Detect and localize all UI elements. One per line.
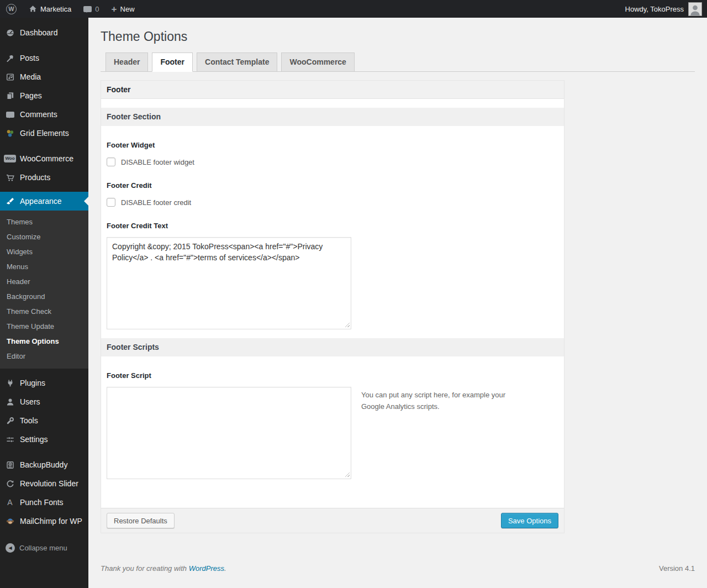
footer-widget-checkbox[interactable]: [107, 158, 115, 166]
sidebar-item-label: WooCommerce: [20, 154, 73, 163]
submenu-item-background[interactable]: Background: [0, 289, 88, 304]
version-text: Version 4.1: [659, 564, 695, 573]
page-title: Theme Options: [101, 23, 695, 47]
footer-credit-text-label: Footer Credit Text: [107, 207, 558, 230]
footer-scripts-header: Footer Scripts: [101, 338, 564, 356]
comments-menu[interactable]: 0: [77, 0, 105, 18]
grid-elements-icon: [4, 129, 15, 138]
submenu-item-theme-check[interactable]: Theme Check: [0, 304, 88, 319]
plus-icon: +: [112, 4, 117, 14]
submenu-item-widgets[interactable]: Widgets: [0, 244, 88, 259]
tab-contact-template[interactable]: Contact Template: [197, 53, 277, 72]
home-icon: [29, 5, 37, 13]
site-name-menu[interactable]: Marketica: [23, 0, 77, 18]
sidebar-item-mailchimp[interactable]: MailChimp for WP: [0, 512, 88, 531]
backup-drive-icon: [4, 461, 15, 469]
sidebar-item-label: Grid Elements: [20, 129, 69, 138]
footer-script-label: Footer Script: [107, 356, 558, 380]
footer-widget-checkbox-label: DISABLE footer widget: [121, 158, 194, 166]
admin-bar: W Marketica 0 + New Howdy, TokoPress: [0, 0, 707, 18]
sidebar-item-backupbuddy[interactable]: BackupBuddy: [0, 455, 88, 474]
user-icon: [4, 398, 15, 406]
footer-options-panel: Footer Footer Section Footer Widget DISA…: [101, 80, 564, 533]
submenu-item-header[interactable]: Header: [0, 274, 88, 289]
tab-header[interactable]: Header: [105, 53, 148, 72]
new-content-menu[interactable]: + New: [105, 0, 141, 18]
sidebar-item-label: Users: [20, 397, 40, 406]
account-menu[interactable]: Howdy, TokoPress: [625, 2, 707, 16]
sidebar-item-label: BackupBuddy: [20, 460, 67, 469]
sidebar-item-label: Products: [20, 173, 50, 182]
sidebar-item-revolution-slider[interactable]: Revolution Slider: [0, 474, 88, 493]
submenu-item-theme-update[interactable]: Theme Update: [0, 319, 88, 334]
sidebar-item-label: Punch Fonts: [20, 498, 64, 507]
footer-script-help: You can put any script here, for example…: [361, 380, 530, 413]
footer-credit-text-input[interactable]: Copyright &copy; 2015 TokoPress<span><a …: [107, 237, 351, 329]
dashboard-icon: [4, 29, 15, 37]
sidebar-item-label: Dashboard: [20, 28, 58, 37]
submenu-item-menus[interactable]: Menus: [0, 259, 88, 274]
footer-thanks-text: Thank you for creating with WordPress.: [101, 564, 226, 573]
monkey-icon: [4, 517, 15, 526]
panel-action-bar: Restore Defaults Save Options: [101, 508, 564, 533]
sidebar-item-label: Tools: [20, 416, 38, 425]
panel-header-gap: [101, 99, 564, 108]
tab-woocommerce[interactable]: WooCommerce: [281, 53, 354, 72]
submenu-item-editor[interactable]: Editor: [0, 349, 88, 364]
comment-count: 0: [95, 5, 99, 13]
footer-script-input[interactable]: [107, 387, 351, 479]
media-icon: [4, 73, 15, 81]
sidebar-item-plugins[interactable]: Plugins: [0, 374, 88, 392]
save-options-button[interactable]: Save Options: [501, 513, 558, 528]
refresh-icon: [4, 480, 15, 488]
pages-icon: [4, 92, 15, 100]
collapse-menu-button[interactable]: ◀ Collapse menu: [0, 538, 88, 557]
sidebar-item-tools[interactable]: Tools: [0, 411, 88, 430]
collapse-arrow-icon: ◀: [6, 543, 15, 553]
footer-scripts-body: Footer Script You can put any script her…: [101, 356, 564, 488]
wordpress-logo-icon: W: [6, 4, 17, 14]
sidebar-item-label: Pages: [20, 91, 42, 100]
appearance-submenu: Themes Customize Widgets Menus Header Ba…: [0, 211, 88, 369]
sidebar-item-label: MailChimp for WP: [20, 517, 82, 526]
footer-credit-checkbox-label: DISABLE footer credit: [121, 198, 191, 207]
sidebar-item-grid-elements[interactable]: Grid Elements: [0, 124, 88, 143]
wp-logo-menu[interactable]: W: [0, 0, 23, 18]
avatar: [688, 2, 702, 16]
wordpress-link[interactable]: WordPress: [189, 564, 224, 573]
sidebar-item-users[interactable]: Users: [0, 392, 88, 411]
sidebar-item-posts[interactable]: Posts: [0, 49, 88, 67]
sidebar-item-settings[interactable]: Settings: [0, 430, 88, 449]
sidebar-item-label: Media: [20, 72, 41, 81]
admin-sidebar: Dashboard Posts Media Pages Comments Gri…: [0, 18, 88, 588]
sidebar-item-dashboard[interactable]: Dashboard: [0, 23, 88, 42]
sidebar-item-pages[interactable]: Pages: [0, 86, 88, 105]
theme-options-tabs: Header Footer Contact Template WooCommer…: [101, 53, 695, 72]
footer-section-header: Footer Section: [101, 108, 564, 126]
submenu-item-customize[interactable]: Customize: [0, 229, 88, 244]
site-name-label: Marketica: [40, 5, 71, 13]
sidebar-item-appearance[interactable]: Appearance: [0, 192, 88, 211]
footer-credit-checkbox[interactable]: [107, 198, 115, 207]
sidebar-item-comments[interactable]: Comments: [0, 105, 88, 124]
new-label: New: [120, 5, 135, 13]
submenu-item-theme-options[interactable]: Theme Options: [0, 334, 88, 349]
cart-icon: [4, 174, 15, 182]
restore-defaults-button[interactable]: Restore Defaults: [107, 513, 175, 528]
tab-footer[interactable]: Footer: [152, 53, 193, 72]
wrench-icon: [4, 417, 15, 425]
comment-bubble-icon: [4, 112, 15, 118]
woocommerce-icon: Woo: [4, 155, 15, 162]
sidebar-item-products[interactable]: Products: [0, 168, 88, 187]
panel-header: Footer: [101, 81, 564, 99]
howdy-text: Howdy, TokoPress: [625, 5, 684, 13]
comment-bubble-icon: [83, 6, 92, 12]
pushpin-icon: [4, 54, 15, 62]
sidebar-item-media[interactable]: Media: [0, 67, 88, 86]
submenu-item-themes[interactable]: Themes: [0, 214, 88, 229]
collapse-menu-label: Collapse menu: [19, 544, 67, 552]
sliders-icon: [4, 435, 15, 444]
sidebar-item-woocommerce[interactable]: Woo WooCommerce: [0, 149, 88, 168]
sidebar-item-punch-fonts[interactable]: A Punch Fonts: [0, 493, 88, 512]
letter-a-icon: A: [4, 498, 15, 507]
